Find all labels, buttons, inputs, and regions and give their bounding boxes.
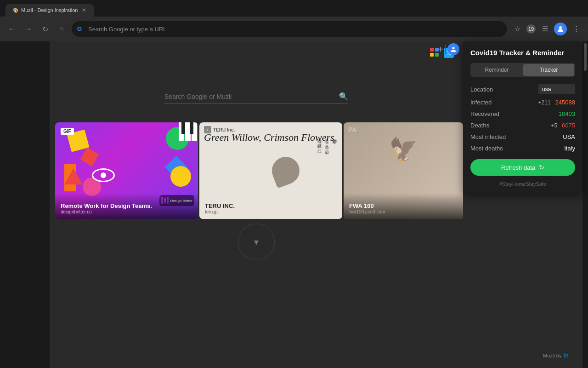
teru-big-title: Green Willow, Crimson Flowers [204, 132, 338, 144]
bookmark-button[interactable]: ☆ [511, 23, 524, 35]
recovered-label: Recovered [470, 110, 499, 117]
most-infected-value: USA [563, 133, 575, 140]
search-icon[interactable]: 🔍 [339, 92, 348, 101]
card-subtitle: designbetter.co [61, 209, 192, 214]
deaths-label: Deaths [470, 122, 489, 129]
toolbar-right: ☆ 19 ☰ ⋮ [511, 23, 582, 35]
tracker-tab[interactable]: Tracker [523, 64, 574, 76]
most-deaths-value: Italy [564, 145, 575, 152]
hashtag-text: #StayHomeStaySafe [470, 181, 575, 187]
fwa-footer: FWA 100 fwa100.jam3.com [344, 193, 463, 219]
pa-text: PA [348, 126, 356, 133]
scroll-arrow-container[interactable]: ▾ [238, 224, 275, 260]
infected-label: Infected [470, 99, 492, 106]
covid-panel: Covid19 Tracker & Reminder Reminder Trac… [463, 41, 582, 194]
tab-favicon: 🎨 [13, 8, 18, 13]
refresh-btn-label: Refresh data [501, 164, 535, 171]
address-text: Search Google or type a URL [88, 26, 167, 33]
most-deaths-label: Most deaths [470, 145, 503, 152]
scroll-arrow-icon: ▾ [254, 236, 259, 247]
card-footer: Remote Work for Design Teams. designbett… [55, 193, 198, 219]
most-infected-row: Most infected USA [470, 133, 575, 140]
active-tab[interactable]: 🎨 Muzli - Design Inspiration ✕ [6, 4, 94, 17]
menu-button[interactable]: ⋮ [570, 23, 582, 35]
refresh-data-button[interactable]: Refresh data ↻ [470, 159, 575, 176]
fwa-subtitle: fwa100.jam3.com [349, 209, 458, 214]
infected-row: Infected +211 245088 [470, 99, 575, 106]
browser-chrome: 🎨 Muzli - Design Inspiration ✕ ← → ↻ ⌂ G… [0, 0, 588, 41]
forward-button[interactable]: → [22, 23, 35, 35]
panel-title: Covid19 Tracker & Reminder [470, 49, 575, 57]
infected-delta: +211 [538, 99, 551, 106]
new-tab-controls: + [438, 43, 459, 55]
panel-tabs: Reminder Tracker [470, 63, 575, 77]
deaths-delta: +5 [551, 122, 557, 129]
most-deaths-row: Most deaths Italy [470, 145, 575, 152]
infected-value: 245088 [555, 99, 575, 106]
teru-main-text: Green Willow, Crimson Flowers [204, 132, 338, 144]
tab-label: Muzli - Design Inspiration [21, 7, 78, 13]
bottom-credit: Muzli by in [543, 352, 569, 359]
sidebar-left [0, 41, 50, 368]
svg-point-0 [559, 26, 562, 29]
deaths-row: Deaths +5 6075 [470, 122, 575, 129]
location-input[interactable] [538, 84, 575, 94]
tab-close-icon[interactable]: ✕ [82, 7, 86, 13]
browser-tabs: 🎨 Muzli - Design Inspiration ✕ [0, 0, 588, 17]
new-tab-button[interactable]: + [438, 45, 443, 54]
browser-toolbar: ← → ↻ ⌂ G Search Google or type a URL ☆ … [0, 17, 588, 41]
teru-title: TERU INC. [205, 202, 337, 209]
teru-card-footer: TERU INC. teru.jp [199, 193, 342, 219]
teru-inner: T TERU Inc. 柳は緑花は紅 着て 語る 千年の 松語千年の Green… [199, 122, 342, 219]
extensions-button[interactable]: ☰ [538, 23, 551, 35]
extensions-count[interactable]: 19 [526, 24, 536, 34]
search-input-row: 🔍 [164, 92, 348, 104]
card-title: Remote Work for Design Teams. [61, 202, 192, 209]
teru-subtitle: teru.jp [205, 209, 337, 214]
recovered-value: 10403 [559, 110, 575, 117]
location-label: Location [470, 86, 493, 93]
fwa-title: FWA 100 [349, 202, 458, 209]
svg-point-1 [452, 47, 455, 49]
address-bar[interactable]: G Search Google or type a URL [72, 21, 507, 37]
gif-badge: GIF [61, 128, 74, 135]
fwa-inner: PA 🦅 FWA 100 fwa100.jam3.com [344, 122, 463, 219]
scroll-down[interactable]: ▾ [50, 233, 582, 270]
back-button[interactable]: ← [6, 23, 18, 35]
search-input[interactable] [164, 93, 339, 100]
card-teru[interactable]: T TERU Inc. 柳は緑花は紅 着て 語る 千年の 松語千年の Green… [199, 122, 342, 219]
home-button[interactable]: ⌂ [55, 23, 68, 35]
search-box: 🔍 [164, 92, 348, 104]
muzli-by-text: Muzli by [543, 353, 561, 358]
card-design-better[interactable]: GIF Design Better Remote Work for Design… [55, 122, 198, 219]
fwa-bird: 🦅 [389, 136, 418, 163]
scrollbar-thumb[interactable] [584, 43, 587, 71]
deaths-value: 6075 [562, 122, 575, 129]
reminder-tab[interactable]: Reminder [471, 64, 522, 76]
linkedin-icon: in [563, 352, 569, 359]
vertical-divider [445, 45, 446, 54]
refresh-button[interactable]: ↻ [39, 23, 51, 35]
location-row: Location [470, 84, 575, 94]
card-fwa[interactable]: PA 🦅 FWA 100 fwa100.jam3.com [344, 122, 463, 219]
google-icon: G [77, 25, 85, 33]
most-infected-label: Most infected [470, 133, 506, 140]
profile-circle-top[interactable] [447, 43, 459, 55]
bird-silhouette [272, 157, 300, 184]
recovered-row: Recovered 10403 [470, 110, 575, 117]
scrollbar[interactable] [582, 41, 588, 368]
profile-avatar[interactable] [554, 23, 567, 35]
refresh-icon: ↻ [539, 164, 544, 171]
